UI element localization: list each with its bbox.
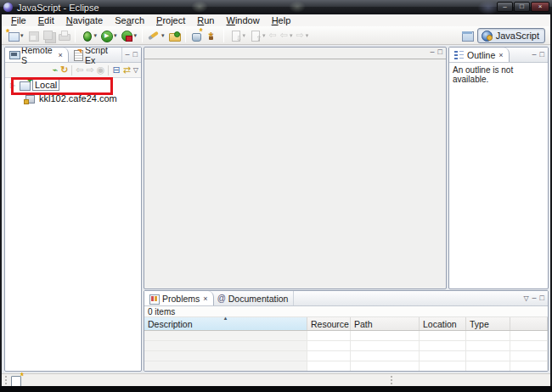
- back-icon: ⇦: [280, 31, 288, 40]
- print-button[interactable]: [56, 28, 71, 43]
- column-type[interactable]: Type: [466, 317, 510, 330]
- perspective-label: JavaScript: [496, 31, 539, 41]
- open-perspective-button[interactable]: [459, 28, 475, 43]
- toolbar-separator: [142, 29, 143, 42]
- save-button[interactable]: [25, 28, 41, 43]
- run-button[interactable]: ▾: [99, 28, 119, 43]
- link-with-editor-icon[interactable]: ⇄: [123, 64, 131, 76]
- window-bottom-frame: [0, 386, 552, 392]
- window-title: JavaScript - Eclipse: [17, 3, 99, 13]
- remote-systems-icon: [8, 49, 19, 61]
- open-folder-button[interactable]: [166, 28, 182, 43]
- column-filler: [510, 317, 548, 330]
- eclipse-logo-icon: [3, 3, 13, 12]
- problems-empty-row: [144, 361, 548, 372]
- maximize-view-button[interactable]: □: [438, 48, 442, 56]
- external-tools-button[interactable]: ▾: [119, 28, 139, 43]
- tab-outline[interactable]: Outline ×: [449, 48, 510, 62]
- problems-empty-row: [144, 351, 548, 361]
- problems-view: Problems × @ Documentation ▽ – □ 0 items…: [144, 290, 549, 372]
- burst-wizard-icon: [206, 30, 218, 42]
- maximize-view-button[interactable]: □: [133, 51, 138, 59]
- back-icon[interactable]: ⇦: [76, 64, 83, 76]
- new-connection-icon[interactable]: ⌁: [53, 64, 59, 76]
- perspective-javascript-button[interactable]: JavaScript: [477, 28, 545, 43]
- column-resource[interactable]: Resource: [307, 317, 351, 330]
- menu-search[interactable]: Search: [109, 15, 150, 25]
- run-icon: [100, 30, 112, 42]
- problems-icon: [148, 293, 160, 305]
- status-bar-separator: [391, 376, 392, 384]
- open-perspective-icon: [461, 30, 473, 42]
- new-wizard-button[interactable]: ▾: [5, 28, 25, 43]
- outline-message: An outline is not available.: [449, 63, 548, 87]
- minimize-view-button[interactable]: –: [532, 51, 537, 59]
- debug-button[interactable]: ▾: [79, 28, 99, 43]
- editor-area: – □: [144, 47, 447, 289]
- menu-run[interactable]: Run: [191, 15, 220, 25]
- forward-icon[interactable]: ⇨: [87, 64, 94, 76]
- tab-script-explorer[interactable]: Script Ex: [69, 48, 122, 62]
- menu-window[interactable]: Window: [220, 15, 265, 25]
- toolbar-separator: [185, 29, 186, 42]
- save-all-button[interactable]: [41, 28, 56, 43]
- minimize-button[interactable]: –: [497, 2, 513, 12]
- problems-count: 0 items: [144, 306, 548, 317]
- minimize-view-button[interactable]: –: [126, 51, 130, 59]
- burst-wizard-button[interactable]: [205, 28, 220, 43]
- refresh-icon[interactable]: ↻: [60, 64, 68, 76]
- print-icon: [58, 30, 70, 42]
- collapse-all-icon[interactable]: ⊟: [112, 64, 120, 76]
- column-description[interactable]: Description▲: [144, 317, 307, 330]
- toolbar-separator: [223, 29, 224, 42]
- go-into-icon[interactable]: ◉: [97, 64, 105, 76]
- javascript-perspective-icon: [481, 30, 493, 42]
- column-location[interactable]: Location: [420, 317, 466, 330]
- fast-view-icon[interactable]: [10, 374, 22, 386]
- maximize-view-button[interactable]: □: [540, 51, 544, 59]
- main-toolbar: ▾ ▾ ▾ ▾ ▾ ⇩▾ ⇧▾ ⇦ ⇦▾ ⇨▾: [2, 26, 550, 45]
- menu-navigate[interactable]: Navigate: [60, 15, 109, 25]
- debug-icon: [81, 30, 93, 42]
- eclipse-window: JavaScript - Eclipse – □ × File Edit Nav…: [0, 0, 552, 392]
- search-button[interactable]: ▾: [146, 28, 166, 43]
- next-annotation-button[interactable]: ⇩▾: [228, 28, 248, 43]
- menu-file[interactable]: File: [5, 15, 32, 25]
- tab-problems[interactable]: Problems ×: [144, 291, 214, 305]
- column-path[interactable]: Path: [351, 317, 420, 330]
- menu-edit[interactable]: Edit: [32, 15, 60, 25]
- close-button[interactable]: ×: [531, 2, 549, 12]
- close-icon[interactable]: ×: [202, 294, 207, 303]
- menu-help[interactable]: Help: [266, 15, 297, 25]
- problems-empty-row: [144, 331, 548, 341]
- next-annotation-icon: ⇩: [229, 30, 241, 42]
- maximize-view-button[interactable]: □: [540, 294, 544, 302]
- minimize-view-button[interactable]: –: [532, 294, 537, 302]
- forward-button[interactable]: ⇨▾: [295, 28, 311, 43]
- editor-tab-divider: [144, 59, 446, 59]
- tab-remote-systems[interactable]: Remote S ×: [5, 48, 69, 62]
- maximize-button[interactable]: □: [514, 2, 530, 12]
- save-icon: [27, 30, 39, 42]
- status-bar: [2, 373, 550, 386]
- external-tools-icon: [121, 30, 132, 42]
- title-bar: JavaScript - Eclipse – □ ×: [0, 0, 552, 14]
- tab-documentation[interactable]: @ Documentation: [214, 291, 295, 305]
- problems-table: Description▲ Resource Path Location Type: [144, 317, 548, 372]
- previous-annotation-button[interactable]: ⇧▾: [247, 28, 268, 43]
- save-all-icon: [42, 30, 54, 42]
- close-icon[interactable]: ×: [58, 51, 63, 59]
- outline-view: Outline × – □ An outline is not availabl…: [448, 47, 549, 289]
- jug-wizard-button[interactable]: [189, 28, 205, 43]
- new-wizard-icon: [7, 30, 19, 42]
- menu-bar: File Edit Navigate Search Project Run Wi…: [2, 14, 550, 26]
- minimize-view-button[interactable]: –: [431, 48, 435, 56]
- back-button[interactable]: ⇦▾: [279, 28, 295, 43]
- view-menu-icon[interactable]: ▽: [133, 66, 138, 74]
- problems-empty-row: [144, 341, 548, 351]
- last-edit-location-button[interactable]: ⇦: [268, 28, 279, 43]
- view-menu-icon[interactable]: ▽: [523, 295, 528, 302]
- remote-systems-view: Remote S × Script Ex – □ ⌁ ↻ ⇦ ⇨ ◉: [4, 47, 142, 372]
- menu-project[interactable]: Project: [150, 15, 191, 25]
- close-icon[interactable]: ×: [498, 51, 503, 59]
